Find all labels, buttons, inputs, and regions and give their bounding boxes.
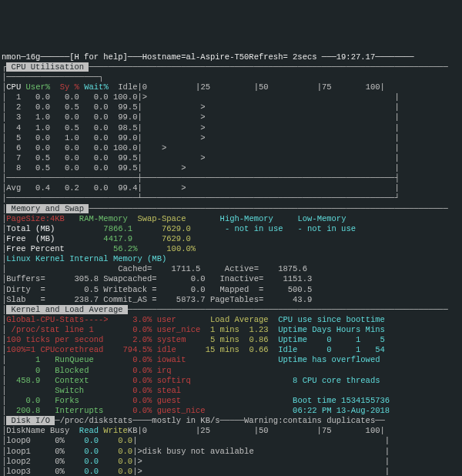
cpu-row: 3 1.0 0.0 0.0 99.0| > | (6, 112, 399, 122)
mem-line: Slab = 238.7 Commit_AS = 5873.7 PageTabl… (6, 295, 312, 304)
cpu-div: ───────────────────┐ (6, 72, 103, 82)
mem-line: Buffers= 305.8 Swapcached= 0.0 Inactive=… (6, 274, 312, 283)
terminal-output: nmon─16g──────[H for help]───Hostname=al… (2, 42, 460, 477)
disk-title: Disk I/O (6, 416, 55, 425)
disk-row: | | (132, 436, 390, 445)
mem-kernel-hdr: Linux Kernel Internal Memory (MB) (6, 254, 166, 263)
cpu-row: 4 1.0 0.5 0.0 98.5| > | (6, 123, 399, 132)
cpu-row: 5 0.0 1.0 0.0 99.0| > | (6, 133, 399, 142)
kla-title: Kernel and Load Average (6, 305, 128, 314)
disk-row: |> | (132, 457, 390, 466)
cpu-row: 1 0.0 0.0 0.0 100.0|> | (6, 92, 399, 102)
cpu-row: 2 0.0 0.5 0.0 99.5| > | (6, 102, 399, 112)
cpu-row: 8 0.5 0.0 0.0 99.5| > | (6, 163, 399, 173)
cpu-avg: Avg 0.4 0.2 0.0 99.4| > | (6, 183, 399, 193)
header-line: nmon─16g──────[H for help]───Hostname=al… (2, 52, 414, 62)
mem-title: Memory and Swap (6, 204, 89, 213)
cpu-divider: ───────────────────────────┼────────────… (6, 173, 399, 183)
mem-pagesize: PageSize:4KB (6, 214, 65, 223)
cpu-row: 6 0.0 0.0 0.0 100.0| > | (6, 143, 399, 153)
cpu-title: CPU Utilisation (6, 62, 89, 72)
cpu-bottom: ───────────────────────────┴────────────… (6, 193, 399, 203)
mem-line: Dirty = 0.5 Writeback = 0.0 Mapped = 500… (6, 285, 312, 294)
mem-line: Cached= 1711.5 Active= 1875.6 (6, 264, 307, 273)
cpu-row: 7 0.5 0.0 0.0 99.5| > | (6, 153, 399, 163)
disk-row: |> | (132, 467, 390, 476)
disk-row: |>disk busy not available | (132, 447, 390, 456)
